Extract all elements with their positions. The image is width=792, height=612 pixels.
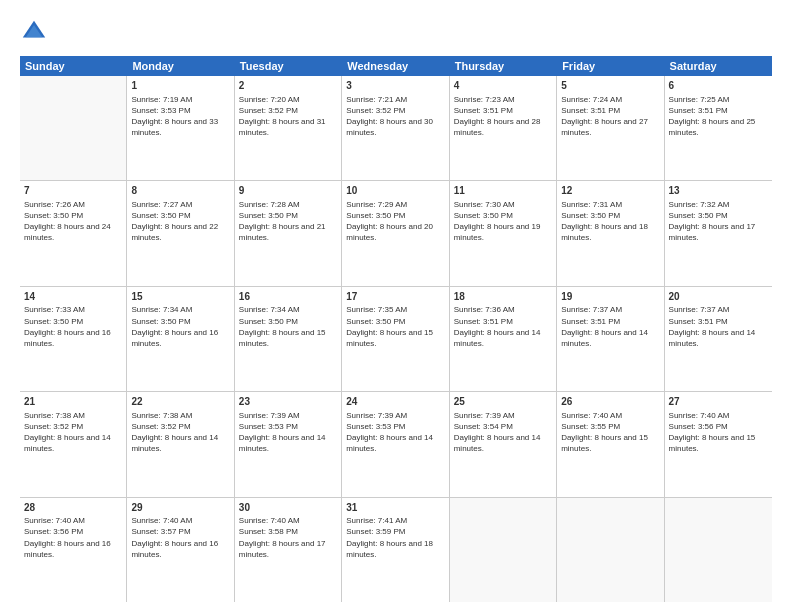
calendar-cell: 5Sunrise: 7:24 AM Sunset: 3:51 PM Daylig… <box>557 76 664 180</box>
header-day-thursday: Thursday <box>450 56 557 76</box>
day-number: 4 <box>454 79 552 93</box>
calendar-cell: 14Sunrise: 7:33 AM Sunset: 3:50 PM Dayli… <box>20 287 127 391</box>
calendar-cell <box>450 498 557 602</box>
cell-info: Sunrise: 7:35 AM Sunset: 3:50 PM Dayligh… <box>346 304 444 349</box>
cell-info: Sunrise: 7:38 AM Sunset: 3:52 PM Dayligh… <box>24 410 122 455</box>
day-number: 30 <box>239 501 337 515</box>
calendar-cell: 9Sunrise: 7:28 AM Sunset: 3:50 PM Daylig… <box>235 181 342 285</box>
calendar-cell: 16Sunrise: 7:34 AM Sunset: 3:50 PM Dayli… <box>235 287 342 391</box>
calendar-cell: 2Sunrise: 7:20 AM Sunset: 3:52 PM Daylig… <box>235 76 342 180</box>
calendar-cell: 26Sunrise: 7:40 AM Sunset: 3:55 PM Dayli… <box>557 392 664 496</box>
calendar-cell: 20Sunrise: 7:37 AM Sunset: 3:51 PM Dayli… <box>665 287 772 391</box>
cell-info: Sunrise: 7:40 AM Sunset: 3:57 PM Dayligh… <box>131 515 229 560</box>
calendar-cell: 31Sunrise: 7:41 AM Sunset: 3:59 PM Dayli… <box>342 498 449 602</box>
day-number: 14 <box>24 290 122 304</box>
cell-info: Sunrise: 7:37 AM Sunset: 3:51 PM Dayligh… <box>561 304 659 349</box>
cell-info: Sunrise: 7:26 AM Sunset: 3:50 PM Dayligh… <box>24 199 122 244</box>
calendar-cell: 15Sunrise: 7:34 AM Sunset: 3:50 PM Dayli… <box>127 287 234 391</box>
calendar: SundayMondayTuesdayWednesdayThursdayFrid… <box>20 56 772 602</box>
day-number: 18 <box>454 290 552 304</box>
calendar-cell: 1Sunrise: 7:19 AM Sunset: 3:53 PM Daylig… <box>127 76 234 180</box>
header-day-tuesday: Tuesday <box>235 56 342 76</box>
day-number: 20 <box>669 290 768 304</box>
logo-icon <box>20 18 48 46</box>
cell-info: Sunrise: 7:39 AM Sunset: 3:53 PM Dayligh… <box>239 410 337 455</box>
day-number: 11 <box>454 184 552 198</box>
calendar-cell: 19Sunrise: 7:37 AM Sunset: 3:51 PM Dayli… <box>557 287 664 391</box>
cell-info: Sunrise: 7:37 AM Sunset: 3:51 PM Dayligh… <box>669 304 768 349</box>
calendar-cell: 21Sunrise: 7:38 AM Sunset: 3:52 PM Dayli… <box>20 392 127 496</box>
day-number: 6 <box>669 79 768 93</box>
cell-info: Sunrise: 7:20 AM Sunset: 3:52 PM Dayligh… <box>239 94 337 139</box>
day-number: 26 <box>561 395 659 409</box>
calendar-row-3: 14Sunrise: 7:33 AM Sunset: 3:50 PM Dayli… <box>20 287 772 392</box>
calendar-cell: 29Sunrise: 7:40 AM Sunset: 3:57 PM Dayli… <box>127 498 234 602</box>
header-day-monday: Monday <box>127 56 234 76</box>
header-day-wednesday: Wednesday <box>342 56 449 76</box>
calendar-cell: 24Sunrise: 7:39 AM Sunset: 3:53 PM Dayli… <box>342 392 449 496</box>
calendar-cell: 28Sunrise: 7:40 AM Sunset: 3:56 PM Dayli… <box>20 498 127 602</box>
day-number: 25 <box>454 395 552 409</box>
day-number: 8 <box>131 184 229 198</box>
cell-info: Sunrise: 7:28 AM Sunset: 3:50 PM Dayligh… <box>239 199 337 244</box>
day-number: 24 <box>346 395 444 409</box>
calendar-body: 1Sunrise: 7:19 AM Sunset: 3:53 PM Daylig… <box>20 76 772 602</box>
calendar-cell: 6Sunrise: 7:25 AM Sunset: 3:51 PM Daylig… <box>665 76 772 180</box>
day-number: 12 <box>561 184 659 198</box>
calendar-cell: 30Sunrise: 7:40 AM Sunset: 3:58 PM Dayli… <box>235 498 342 602</box>
day-number: 15 <box>131 290 229 304</box>
day-number: 23 <box>239 395 337 409</box>
calendar-cell: 17Sunrise: 7:35 AM Sunset: 3:50 PM Dayli… <box>342 287 449 391</box>
day-number: 2 <box>239 79 337 93</box>
calendar-cell <box>665 498 772 602</box>
page: SundayMondayTuesdayWednesdayThursdayFrid… <box>0 0 792 612</box>
cell-info: Sunrise: 7:33 AM Sunset: 3:50 PM Dayligh… <box>24 304 122 349</box>
calendar-row-4: 21Sunrise: 7:38 AM Sunset: 3:52 PM Dayli… <box>20 392 772 497</box>
cell-info: Sunrise: 7:40 AM Sunset: 3:55 PM Dayligh… <box>561 410 659 455</box>
calendar-row-5: 28Sunrise: 7:40 AM Sunset: 3:56 PM Dayli… <box>20 498 772 602</box>
calendar-cell: 4Sunrise: 7:23 AM Sunset: 3:51 PM Daylig… <box>450 76 557 180</box>
day-number: 22 <box>131 395 229 409</box>
day-number: 1 <box>131 79 229 93</box>
day-number: 13 <box>669 184 768 198</box>
cell-info: Sunrise: 7:32 AM Sunset: 3:50 PM Dayligh… <box>669 199 768 244</box>
cell-info: Sunrise: 7:41 AM Sunset: 3:59 PM Dayligh… <box>346 515 444 560</box>
day-number: 31 <box>346 501 444 515</box>
day-number: 19 <box>561 290 659 304</box>
calendar-cell: 13Sunrise: 7:32 AM Sunset: 3:50 PM Dayli… <box>665 181 772 285</box>
calendar-cell: 27Sunrise: 7:40 AM Sunset: 3:56 PM Dayli… <box>665 392 772 496</box>
cell-info: Sunrise: 7:34 AM Sunset: 3:50 PM Dayligh… <box>239 304 337 349</box>
cell-info: Sunrise: 7:21 AM Sunset: 3:52 PM Dayligh… <box>346 94 444 139</box>
day-number: 9 <box>239 184 337 198</box>
calendar-cell: 25Sunrise: 7:39 AM Sunset: 3:54 PM Dayli… <box>450 392 557 496</box>
calendar-cell <box>557 498 664 602</box>
calendar-cell: 7Sunrise: 7:26 AM Sunset: 3:50 PM Daylig… <box>20 181 127 285</box>
cell-info: Sunrise: 7:25 AM Sunset: 3:51 PM Dayligh… <box>669 94 768 139</box>
calendar-cell: 12Sunrise: 7:31 AM Sunset: 3:50 PM Dayli… <box>557 181 664 285</box>
cell-info: Sunrise: 7:40 AM Sunset: 3:56 PM Dayligh… <box>669 410 768 455</box>
calendar-cell: 18Sunrise: 7:36 AM Sunset: 3:51 PM Dayli… <box>450 287 557 391</box>
calendar-row-2: 7Sunrise: 7:26 AM Sunset: 3:50 PM Daylig… <box>20 181 772 286</box>
header <box>20 18 772 46</box>
calendar-cell: 8Sunrise: 7:27 AM Sunset: 3:50 PM Daylig… <box>127 181 234 285</box>
cell-info: Sunrise: 7:31 AM Sunset: 3:50 PM Dayligh… <box>561 199 659 244</box>
cell-info: Sunrise: 7:27 AM Sunset: 3:50 PM Dayligh… <box>131 199 229 244</box>
day-number: 5 <box>561 79 659 93</box>
cell-info: Sunrise: 7:40 AM Sunset: 3:56 PM Dayligh… <box>24 515 122 560</box>
day-number: 29 <box>131 501 229 515</box>
logo <box>20 18 52 46</box>
day-number: 10 <box>346 184 444 198</box>
cell-info: Sunrise: 7:39 AM Sunset: 3:54 PM Dayligh… <box>454 410 552 455</box>
day-number: 17 <box>346 290 444 304</box>
cell-info: Sunrise: 7:19 AM Sunset: 3:53 PM Dayligh… <box>131 94 229 139</box>
header-day-sunday: Sunday <box>20 56 127 76</box>
calendar-cell: 23Sunrise: 7:39 AM Sunset: 3:53 PM Dayli… <box>235 392 342 496</box>
day-number: 7 <box>24 184 122 198</box>
cell-info: Sunrise: 7:24 AM Sunset: 3:51 PM Dayligh… <box>561 94 659 139</box>
cell-info: Sunrise: 7:36 AM Sunset: 3:51 PM Dayligh… <box>454 304 552 349</box>
day-number: 16 <box>239 290 337 304</box>
calendar-cell: 11Sunrise: 7:30 AM Sunset: 3:50 PM Dayli… <box>450 181 557 285</box>
header-day-saturday: Saturday <box>665 56 772 76</box>
day-number: 3 <box>346 79 444 93</box>
cell-info: Sunrise: 7:29 AM Sunset: 3:50 PM Dayligh… <box>346 199 444 244</box>
